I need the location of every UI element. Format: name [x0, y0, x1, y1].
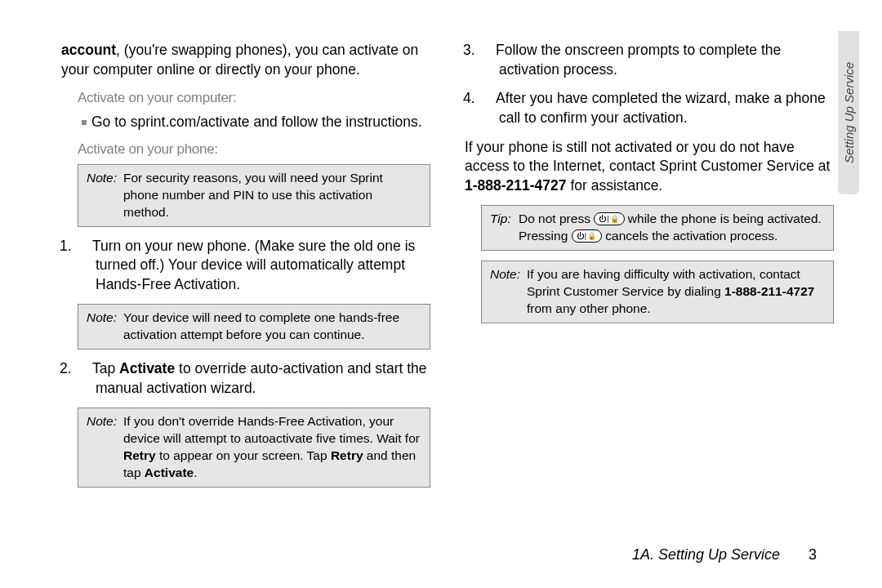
two-column-layout: account, (you're swapping phones), you c…	[61, 41, 849, 497]
step-3: 3.Follow the onscreen prompts to complet…	[481, 41, 834, 79]
step-text-a: Tap	[92, 360, 119, 376]
t: from any other phone.	[527, 301, 651, 315]
note-box-1: Note: For security reasons, you will nee…	[78, 164, 430, 227]
subhead-phone: Activate on your phone:	[78, 140, 430, 159]
t: for assistance.	[567, 177, 663, 194]
note-box-2: Note: Your device will need to complete …	[78, 304, 430, 350]
intro-paragraph: account, (you're swapping phones), you c…	[61, 41, 430, 79]
note-body: If you are having difficulty with activa…	[527, 266, 825, 318]
t: Retry	[123, 448, 156, 462]
phone-number: 1-888-211-4727	[724, 284, 814, 298]
assistance-paragraph: If your phone is still not activated or …	[465, 138, 834, 196]
footer-section-title: 1A. Setting Up Service	[632, 546, 780, 563]
step-number: 1.	[78, 237, 92, 256]
intro-lead: account	[61, 42, 116, 58]
t: Do not press	[519, 212, 594, 225]
tip-box: Tip: Do not press while the phone is bei…	[481, 205, 834, 251]
right-column: 3.Follow the onscreen prompts to complet…	[465, 41, 834, 497]
step-4: 4.After you have completed the wizard, m…	[481, 89, 834, 127]
subhead-computer: Activate on your computer:	[78, 89, 430, 108]
step-text: Follow the onscreen prompts to complete …	[496, 42, 781, 78]
bullet-computer: Go to sprint.com/activate and follow the…	[82, 113, 430, 132]
step-number: 3.	[481, 41, 496, 60]
step-2: 2.Tap Activate to override auto-activati…	[78, 359, 430, 398]
t: Retry	[331, 448, 363, 462]
tip-label: Tip:	[490, 211, 519, 245]
power-lock-icon	[572, 229, 602, 243]
t: If you don't override Hands-Free Activat…	[123, 414, 420, 445]
side-tab: Setting Up Service	[838, 31, 859, 194]
t: If your phone is still not activated or …	[465, 139, 830, 175]
t: .	[194, 466, 197, 479]
note-label: Note:	[87, 413, 123, 482]
tip-body: Do not press while the phone is being ac…	[519, 211, 825, 245]
t: cancels the activation process.	[602, 229, 777, 243]
steps-list-left-2: 2.Tap Activate to override auto-activati…	[61, 359, 430, 398]
manual-page: account, (you're swapping phones), you c…	[0, 0, 882, 588]
power-lock-icon	[594, 212, 624, 225]
note-body: For security reasons, you will need your…	[123, 170, 421, 221]
step-text: After you have completed the wizard, mak…	[496, 90, 826, 126]
page-footer: 1A. Setting Up Service 3	[632, 546, 817, 564]
note-body: Your device will need to complete one ha…	[123, 310, 421, 344]
note-body: If you don't override Hands-Free Activat…	[123, 413, 421, 482]
phone-number: 1-888-211-4727	[465, 177, 567, 194]
steps-list-left: 1.Turn on your new phone. (Make sure the…	[61, 237, 430, 295]
note-box-4: Note: If you are having difficulty with …	[481, 261, 834, 323]
note-box-3: Note: If you don't override Hands-Free A…	[78, 408, 430, 488]
step-number: 2.	[78, 359, 92, 379]
square-bullet-icon	[82, 120, 87, 125]
t: Activate	[145, 466, 194, 479]
bullet-text: Go to sprint.com/activate and follow the…	[91, 114, 422, 130]
step-text-b: Activate	[119, 360, 175, 376]
step-number: 4.	[481, 89, 496, 109]
note-label: Note:	[490, 266, 527, 318]
footer-page-number: 3	[808, 546, 817, 563]
note-label: Note:	[87, 170, 123, 221]
side-tab-label: Setting Up Service	[842, 62, 856, 163]
steps-list-right: 3.Follow the onscreen prompts to complet…	[465, 41, 834, 128]
t: to appear on your screen. Tap	[156, 448, 331, 462]
left-column: account, (you're swapping phones), you c…	[61, 41, 430, 497]
step-1: 1.Turn on your new phone. (Make sure the…	[78, 237, 430, 295]
note-label: Note:	[87, 310, 123, 344]
step-text: Turn on your new phone. (Make sure the o…	[92, 238, 415, 292]
